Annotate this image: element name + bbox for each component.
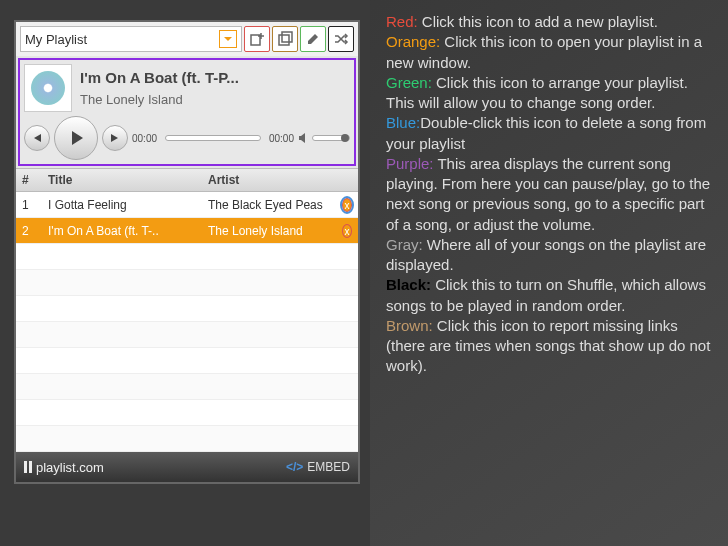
player-toolbar: My Playlist — [16, 22, 358, 56]
svg-rect-3 — [279, 35, 289, 45]
dropdown-arrow-icon[interactable] — [219, 30, 237, 48]
add-playlist-button[interactable] — [244, 26, 270, 52]
legend-text: Click this to turn on Shuffle, which all… — [386, 276, 706, 313]
legend-label: Green: — [386, 74, 432, 91]
now-playing-artist: The Lonely Island — [80, 92, 350, 107]
delete-song-icon[interactable]: x — [342, 224, 352, 238]
table-row-empty — [16, 374, 358, 400]
embed-code-icon: </> — [286, 460, 303, 474]
player-footer: playlist.com </> EMBED — [16, 452, 358, 482]
legend-panel: Red: Click this icon to add a new playli… — [370, 0, 728, 546]
row-number: 2 — [16, 220, 42, 242]
col-title: Title — [42, 169, 202, 191]
legend-label: Red: — [386, 13, 418, 30]
legend-text: This area displays the current song play… — [386, 155, 710, 233]
footer-pause-icon — [24, 461, 32, 473]
legend-text: Where all of your songs on the playlist … — [386, 236, 706, 273]
prev-button[interactable] — [24, 125, 50, 151]
table-row[interactable]: 2I'm On A Boat (ft. T-..The Lonely Islan… — [16, 218, 358, 244]
row-number: 1 — [16, 194, 42, 216]
playlist-dropdown[interactable]: My Playlist — [20, 26, 242, 52]
row-artist: The Lonely Island — [202, 220, 336, 242]
now-playing-area: I'm On A Boat (ft. T-P... The Lonely Isl… — [18, 58, 356, 166]
delete-song-icon[interactable]: x — [342, 198, 352, 212]
table-row-empty — [16, 400, 358, 426]
embed-button[interactable]: </> EMBED — [286, 460, 350, 474]
time-current: 00:00 — [132, 133, 157, 144]
legend-label: Blue: — [386, 114, 420, 131]
shuffle-button[interactable] — [328, 26, 354, 52]
legend-label: Purple: — [386, 155, 434, 172]
row-title: I Gotta Feeling — [42, 194, 202, 216]
legend-text: Click this icon to arrange your playlist… — [386, 74, 688, 111]
svg-rect-4 — [282, 32, 292, 42]
next-button[interactable] — [102, 125, 128, 151]
legend-label: Orange: — [386, 33, 440, 50]
play-button[interactable] — [54, 116, 98, 160]
volume-icon — [298, 132, 310, 144]
player-panel: My Playlist I'm On A — [0, 0, 370, 546]
now-playing-title: I'm On A Boat (ft. T-P... — [80, 69, 350, 86]
playlist-dropdown-label: My Playlist — [25, 32, 87, 47]
table-row-empty — [16, 270, 358, 296]
legend-text: Click this icon to add a new playlist. — [418, 13, 658, 30]
row-artist: The Black Eyed Peas — [202, 194, 336, 216]
track-list: 1I Gotta FeelingThe Black Eyed Peasx2I'm… — [16, 192, 358, 452]
open-window-button[interactable] — [272, 26, 298, 52]
col-number: # — [16, 169, 42, 191]
table-row-empty — [16, 296, 358, 322]
footer-site-label: playlist.com — [36, 460, 104, 475]
table-row-empty — [16, 322, 358, 348]
table-row-empty — [16, 244, 358, 270]
legend-label: Gray: — [386, 236, 423, 253]
music-player: My Playlist I'm On A — [14, 20, 360, 484]
table-row-empty — [16, 426, 358, 452]
volume-control[interactable] — [298, 132, 350, 144]
table-row[interactable]: 1I Gotta FeelingThe Black Eyed Peasx — [16, 192, 358, 218]
legend-text: Double-click this icon to delete a song … — [386, 114, 706, 151]
legend-text: Click this icon to report missing links … — [386, 317, 710, 375]
legend-label: Brown: — [386, 317, 433, 334]
embed-label: EMBED — [307, 460, 350, 474]
row-title: I'm On A Boat (ft. T-.. — [42, 220, 202, 242]
arrange-playlist-button[interactable] — [300, 26, 326, 52]
col-artist: Artist — [202, 169, 358, 191]
track-list-header: # Title Artist — [16, 168, 358, 192]
table-row-empty — [16, 348, 358, 374]
legend-label: Black: — [386, 276, 431, 293]
time-total: 00:00 — [269, 133, 294, 144]
progress-bar[interactable] — [165, 135, 261, 141]
album-art — [24, 64, 72, 112]
